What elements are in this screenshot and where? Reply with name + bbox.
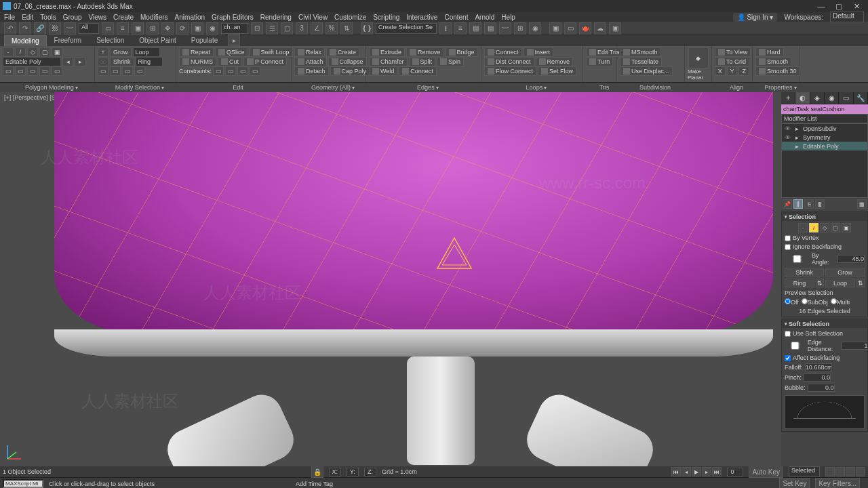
close-button[interactable]: ✕	[848, 1, 865, 12]
edit-label[interactable]: Edit	[180, 83, 296, 92]
polygon-modeling-label[interactable]: Polygon Modeling	[4, 83, 99, 92]
tab-populate[interactable]: Populate	[184, 35, 225, 46]
insert-button[interactable]: Insert	[524, 47, 554, 57]
x-coord[interactable]: X:	[329, 468, 342, 476]
geometry-label[interactable]: Geometry (All)	[296, 83, 370, 92]
preview-subobj-radio[interactable]: SubObj	[802, 298, 828, 306]
modsel-3[interactable]: ▭	[122, 66, 133, 76]
ignore-backfacing-check[interactable]: Ignore Backfacing	[785, 243, 865, 250]
nav-zoom-icon[interactable]	[846, 467, 855, 476]
sel-polygon[interactable]: ▢	[831, 223, 840, 232]
manipulate-button[interactable]: ☰	[266, 22, 278, 35]
z-coord[interactable]: Z:	[364, 468, 376, 476]
align-label[interactable]: Align	[716, 83, 757, 92]
redo-button[interactable]: ↷	[19, 22, 31, 35]
cmd-tab-display[interactable]: ▭	[839, 92, 853, 104]
poly-next[interactable]: ▸	[75, 57, 85, 66]
modifier-stack[interactable]: 👁▸OpenSubdiv 👁▸Symmetry ▸Editable Poly	[781, 123, 868, 198]
constraint-4[interactable]: ▭	[250, 66, 260, 76]
frame-spinner[interactable]: 0	[727, 468, 743, 476]
use-displac-button[interactable]: Use Displac...	[620, 66, 673, 76]
poly-misc-1[interactable]: ▭	[3, 66, 14, 76]
create-button[interactable]: Create	[326, 47, 359, 57]
properties-label[interactable]: Properties	[757, 83, 804, 92]
minimize-button[interactable]: —	[812, 1, 830, 12]
render-setup-button[interactable]: ▣	[549, 22, 561, 35]
edges-label[interactable]: Edges	[370, 83, 486, 92]
nav-fov-icon[interactable]	[856, 467, 865, 476]
to-grid-button[interactable]: To Grid	[715, 57, 749, 66]
smooth-button[interactable]: Smooth	[755, 57, 791, 66]
grow-icon[interactable]: +	[98, 47, 108, 57]
sel-edge[interactable]: /	[809, 223, 818, 232]
modsel-4[interactable]: ▭	[134, 66, 145, 76]
by-angle-check[interactable]: By Angle:	[785, 252, 835, 266]
select-filter-dropdown[interactable]: All	[79, 23, 99, 34]
poly-misc-5[interactable]: ▭	[52, 66, 62, 76]
modifier-opensubdiv[interactable]: 👁▸OpenSubdiv	[782, 124, 867, 133]
tessellate-button[interactable]: Tessellate	[620, 57, 662, 66]
poly-sub-polygon[interactable]: ▢	[39, 47, 50, 57]
snaps-toggle-button[interactable]: 3	[296, 22, 308, 35]
select-move-button[interactable]: ✥	[161, 22, 174, 35]
keyboard-shortcut-button[interactable]: ▢	[281, 22, 293, 35]
viewport[interactable]: [+] [Perspective] [Standard] [Default Sh…	[0, 92, 781, 466]
align-y[interactable]: Y	[727, 66, 738, 76]
modsel-2[interactable]: ▭	[110, 66, 121, 76]
select-by-name-button[interactable]: ≡	[117, 22, 129, 35]
constraint-2[interactable]: ▭	[225, 66, 236, 76]
poly-prev[interactable]: ◂	[62, 57, 73, 66]
loop-sel-button[interactable]: Loop	[825, 279, 855, 287]
modsel-1[interactable]: ▭	[98, 66, 108, 76]
shrink-sel-button[interactable]: Shrink	[785, 268, 824, 277]
link-button[interactable]: 🔗	[34, 22, 46, 35]
cmd-tab-utilities[interactable]: 🔧	[854, 92, 868, 104]
transform-gizmo[interactable]	[434, 235, 475, 275]
rendered-frame-button[interactable]: ▭	[564, 22, 576, 35]
sel-vertex[interactable]: ·	[798, 223, 808, 232]
align-button[interactable]: ≡	[454, 22, 467, 35]
use-soft-check[interactable]: Use Soft Selection	[785, 330, 865, 337]
attach-button[interactable]: Attach	[294, 57, 327, 66]
swift-loop-button[interactable]: Swift Loop	[250, 47, 293, 57]
pinch-spinner[interactable]	[804, 373, 831, 382]
weld-button[interactable]: Weld	[369, 66, 397, 76]
msmooth-button[interactable]: MSmooth	[620, 47, 661, 57]
tris-label[interactable]: Tris	[587, 83, 621, 92]
key-filters-button[interactable]: Key Filters...	[815, 478, 860, 489]
rectangle-region-button[interactable]: ▣	[132, 22, 144, 35]
goto-end-button[interactable]: ⏭	[712, 467, 722, 476]
bind-spacewarp-button[interactable]: 〰	[64, 22, 76, 35]
tab-freeform[interactable]: Freeform	[47, 35, 90, 46]
constraint-1[interactable]: ▭	[213, 66, 224, 76]
toggle-ribbon-button[interactable]: ▤	[484, 22, 496, 35]
smooth-30-button[interactable]: Smooth 30	[755, 66, 800, 76]
constraint-3[interactable]: ▭	[237, 66, 248, 76]
edit-named-sel-button[interactable]: ❴❵	[361, 22, 373, 35]
split-button[interactable]: Split	[409, 57, 436, 66]
render-button[interactable]: 🫖	[579, 22, 591, 35]
menu-customize[interactable]: Customize	[334, 14, 366, 21]
workspaces-dropdown[interactable]: Default	[830, 12, 864, 22]
cmd-tab-modify[interactable]: ◐	[795, 92, 810, 104]
turn-button[interactable]: Turn	[586, 57, 613, 66]
extrude-button[interactable]: Extrude	[369, 47, 405, 57]
ribbon-arrow-icon[interactable]: ▸	[228, 34, 240, 46]
edge-distance-check[interactable]: Edge Distance:	[785, 339, 840, 352]
sel-element[interactable]: ▣	[842, 223, 851, 232]
window-crossing-button[interactable]: ⊞	[146, 22, 159, 35]
grow-button[interactable]: Grow	[110, 47, 132, 57]
object-name-field[interactable]: chairTask seatCushion	[781, 104, 868, 114]
material-editor-button[interactable]: ◉	[529, 22, 541, 35]
unlink-button[interactable]: ⛓	[49, 22, 61, 35]
hard-button[interactable]: Hard	[755, 47, 784, 57]
menu-graph-editors[interactable]: Graph Editors	[212, 14, 254, 21]
cmd-tab-motion[interactable]: ◉	[825, 92, 839, 104]
configure-modifier-button[interactable]: ▦	[857, 199, 867, 209]
p-connect-button[interactable]: P Connect	[243, 57, 287, 66]
cmd-tab-create[interactable]: +	[781, 92, 795, 104]
tab-modeling[interactable]: Modeling	[4, 35, 47, 46]
prev-frame-button[interactable]: ◂	[682, 467, 691, 476]
cut-button[interactable]: Cut	[218, 57, 242, 66]
key-mode-dropdown[interactable]: Selected	[789, 466, 820, 477]
